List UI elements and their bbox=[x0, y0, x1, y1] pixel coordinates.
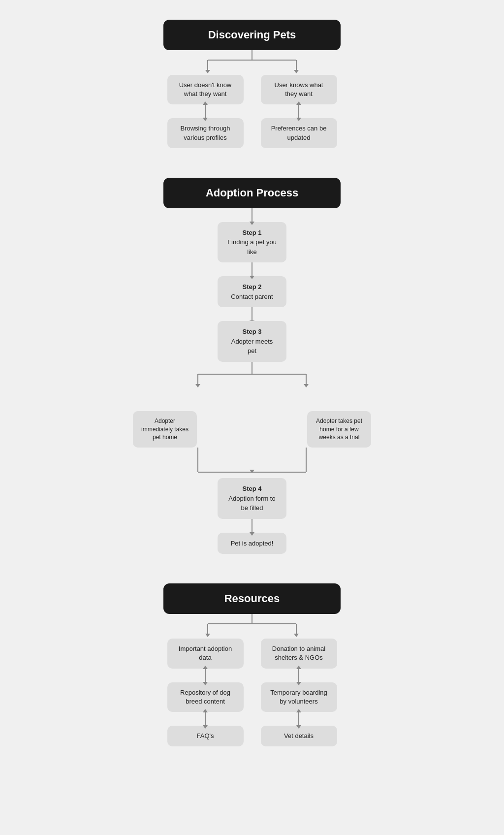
svg-marker-12 bbox=[304, 384, 309, 387]
resources-right-col: Donation to animal shelters & NGOs Tempo… bbox=[259, 639, 338, 746]
left-branch-col: Adopter immediately takes pet home bbox=[133, 411, 197, 448]
step1-box: Step 1 Finding a pet you like bbox=[218, 222, 286, 263]
repo-breed-node: Repository of dog breed content bbox=[167, 682, 244, 712]
section-adoption-process: Adoption Process Step 1 Finding a pet yo… bbox=[129, 178, 375, 554]
resources-header: Resources bbox=[163, 583, 341, 614]
temp-boarding-node: Temporary boarding by volunteers bbox=[261, 682, 337, 712]
adoption-process-header: Adoption Process bbox=[163, 178, 341, 208]
fork-connector-1 bbox=[163, 50, 341, 75]
user-knows-node: User knows what they want bbox=[261, 75, 337, 104]
fork-connector-3 bbox=[163, 614, 341, 639]
right-branch-box: Adopter takes pet home for a few weeks a… bbox=[307, 411, 371, 448]
resources-two-col: Important adoption data Repository of do… bbox=[166, 639, 338, 746]
svg-marker-22 bbox=[205, 634, 210, 637]
user-doesnt-know-node: User doesn't know what they want bbox=[167, 75, 244, 104]
arrow-after-header bbox=[252, 208, 252, 222]
arrow-r2 bbox=[205, 712, 206, 726]
step3-center: Step 3 Adopter meets pet bbox=[218, 321, 286, 362]
arrow-r1 bbox=[205, 669, 206, 682]
preferences-updated-node: Preferences can be updated bbox=[261, 118, 337, 148]
arrow-r4 bbox=[298, 712, 299, 726]
resources-left-col: Important adoption data Repository of do… bbox=[166, 639, 245, 746]
discovering-right-col: User knows what they want Preferences ca… bbox=[259, 75, 338, 148]
section-discovering-pets: Discovering Pets User doesn't know what … bbox=[163, 20, 341, 148]
vet-details-node: Vet details bbox=[261, 726, 337, 746]
discovering-pets-header: Discovering Pets bbox=[163, 20, 341, 50]
donation-node: Donation to animal shelters & NGOs bbox=[261, 639, 337, 668]
page-container: Discovering Pets User doesn't know what … bbox=[0, 0, 504, 805]
step2-box: Step 2 Contact parent bbox=[218, 276, 286, 307]
final-box: Pet is adopted! bbox=[218, 533, 286, 554]
arrow-1 bbox=[205, 104, 206, 118]
side-boxes-row: Adopter immediately takes pet home Adopt… bbox=[129, 411, 375, 448]
step2-container: Step 2 Contact parent bbox=[218, 276, 286, 321]
faqs-node: FAQ's bbox=[167, 726, 244, 746]
browsing-profiles-node: Browsing through various profiles bbox=[167, 118, 244, 148]
left-branch-box: Adopter immediately takes pet home bbox=[133, 411, 197, 448]
arrow-2 bbox=[298, 104, 299, 118]
svg-marker-4 bbox=[205, 70, 210, 73]
svg-marker-10 bbox=[195, 384, 200, 387]
right-branch-col: Adopter takes pet home for a few weeks a… bbox=[307, 411, 371, 448]
to-step4-svg bbox=[129, 448, 375, 487]
adoption-data-node: Important adoption data bbox=[167, 639, 244, 668]
step3-area: Step 3 Adopter meets pet bbox=[129, 321, 375, 487]
arrow-step2-3 bbox=[252, 307, 252, 321]
arrow-step1-2 bbox=[252, 262, 252, 276]
arrow-step4-final bbox=[252, 519, 252, 533]
step3-branch-svg bbox=[129, 359, 375, 418]
svg-marker-23 bbox=[294, 634, 299, 637]
discovering-two-col: User doesn't know what they want Browsin… bbox=[166, 75, 338, 148]
arrow-r3 bbox=[298, 669, 299, 682]
step3-box: Step 3 Adopter meets pet bbox=[218, 321, 286, 362]
svg-marker-5 bbox=[294, 70, 299, 73]
discovering-left-col: User doesn't know what they want Browsin… bbox=[166, 75, 245, 148]
step1-container: Step 1 Finding a pet you like bbox=[218, 222, 286, 277]
section-resources: Resources Important adoption data Reposi… bbox=[163, 583, 341, 746]
